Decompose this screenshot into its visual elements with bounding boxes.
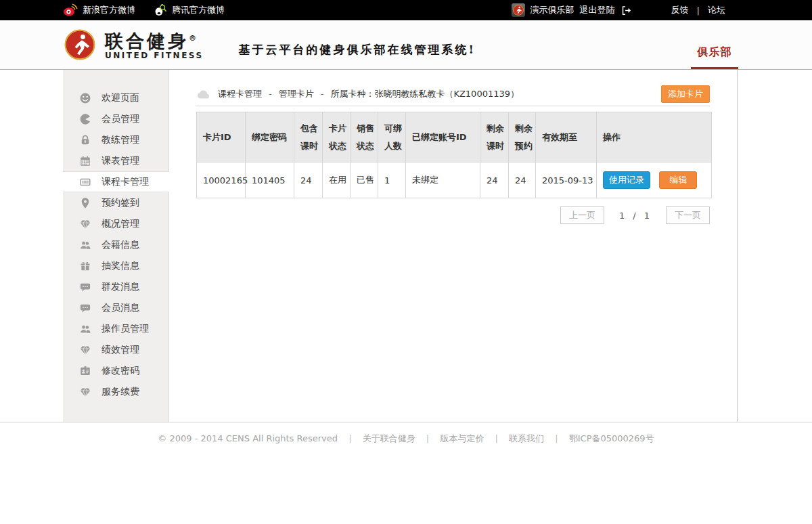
sidebar-item-schedule[interactable]: 课表管理 <box>63 150 168 171</box>
sidebar-item-course-cards[interactable]: 课程卡管理 <box>63 171 169 192</box>
sidebar-item-coaches[interactable]: 教练管理 <box>63 129 168 150</box>
breadcrumb: 课程卡管理 - 管理卡片 - 所属卡种：张晓明教练私教卡（KZ10001139）… <box>196 82 710 106</box>
col-bound-account: 已绑定账号ID <box>406 112 480 162</box>
sidebar-item-label: 课表管理 <box>102 155 139 167</box>
copyright-text: © 2009 - 2014 CENS All Rights Reserved <box>158 433 338 443</box>
sidebar-item-membership-info[interactable]: 会籍信息 <box>63 234 168 255</box>
left-gutter <box>0 70 63 422</box>
breadcrumb-manage-cards[interactable]: 管理卡片 <box>279 88 314 100</box>
edit-button[interactable]: 编辑 <box>659 171 697 189</box>
sidebar-item-performance[interactable]: 绩效管理 <box>63 339 168 360</box>
cell-remaining-appointments: 24 <box>509 162 536 198</box>
chat-icon <box>79 302 91 314</box>
page-body: 欢迎页面 会员管理 教练管理 课表管理 课程卡管理 预约签到 概况管理 会籍信 <box>0 70 812 422</box>
logout-icon[interactable] <box>621 5 632 16</box>
logout-link[interactable]: 退出登陆 <box>580 4 615 16</box>
total-pages: 1 <box>644 211 651 221</box>
logo-title: 联合健身® <box>105 29 204 51</box>
sidebar-item-change-password[interactable]: 修改密码 <box>63 360 168 381</box>
footer-divider: | <box>495 433 498 443</box>
tab-club[interactable]: 俱乐部 <box>691 45 738 69</box>
lock-icon <box>79 134 91 146</box>
footer-link-pricing[interactable]: 版本与定价 <box>440 433 484 443</box>
tencent-weibo-icon <box>154 3 167 17</box>
breadcrumb-course-card-mgmt[interactable]: 课程卡管理 <box>218 88 262 100</box>
diamond-icon <box>79 344 91 356</box>
usage-record-button[interactable]: 使用记录 <box>603 171 650 189</box>
footer-link-contact[interactable]: 联系我们 <box>509 433 544 443</box>
tab-club-label: 俱乐部 <box>698 45 732 58</box>
prev-page-button[interactable]: 上一页 <box>560 206 604 224</box>
map-pin-icon <box>79 197 91 209</box>
sidebar-item-member-messages[interactable]: 会员消息 <box>63 297 168 318</box>
club-name[interactable]: 演示俱乐部 <box>531 4 574 16</box>
main-content: 课程卡管理 - 管理卡片 - 所属卡种：张晓明教练私教卡（KZ10001139）… <box>169 70 738 422</box>
table-header-row: 卡片ID 绑定密码 包含 课时 卡片 状态 销售 状态 可绑 人数 已绑定账号I… <box>197 112 712 162</box>
feedback-link[interactable]: 反馈 <box>671 4 689 16</box>
sidebar-item-service-renewal[interactable]: 服务续费 <box>63 381 168 402</box>
col-card-id: 卡片ID <box>197 112 246 162</box>
add-card-button[interactable]: 添加卡片 <box>661 85 710 103</box>
forum-link[interactable]: 论坛 <box>708 4 725 16</box>
sidebar-item-checkin[interactable]: 预约签到 <box>63 192 168 213</box>
header: 联合健身® UNITED FITNESS 基于云平台的健身俱乐部在线管理系统! … <box>0 20 812 70</box>
col-valid-until: 有效期至 <box>536 112 597 162</box>
sina-weibo-label: 新浪官方微博 <box>83 4 135 16</box>
pacman-icon <box>79 113 91 125</box>
page-indicator: 1 / 1 <box>619 211 651 221</box>
sidebar-item-overview[interactable]: 概况管理 <box>63 213 168 234</box>
users-icon <box>79 323 91 335</box>
cell-actions: 使用记录 编辑 <box>597 162 712 198</box>
breadcrumb-separator: - <box>269 89 272 99</box>
col-remaining-appointments: 剩余 预约 <box>509 112 536 162</box>
next-page-button[interactable]: 下一页 <box>666 206 710 224</box>
sina-weibo-icon <box>63 3 78 18</box>
sidebar-item-label: 欢迎页面 <box>102 92 139 104</box>
sidebar-item-lottery[interactable]: 抽奖信息 <box>63 255 168 276</box>
footer-link-about[interactable]: 关于联合健身 <box>363 433 415 443</box>
tencent-weibo-link[interactable]: 腾讯官方微博 <box>154 3 225 17</box>
cell-sale-status: 已售 <box>351 162 378 198</box>
table-row: 10002165 101405 24 在用 已售 1 未绑定 24 24 201… <box>197 162 712 198</box>
sidebar-item-label: 教练管理 <box>102 134 139 146</box>
sina-weibo-link[interactable]: 新浪官方微博 <box>63 3 135 18</box>
cell-card-status: 在用 <box>323 162 351 198</box>
footer-divider: | <box>426 433 429 443</box>
card-icon <box>79 176 91 188</box>
diamond-icon <box>79 218 91 230</box>
sidebar-item-label: 会员管理 <box>102 113 139 125</box>
sidebar-item-label: 抽奖信息 <box>102 260 139 272</box>
sidebar-item-welcome[interactable]: 欢迎页面 <box>63 87 168 108</box>
cell-remaining-hours: 24 <box>480 162 509 198</box>
col-actions: 操作 <box>597 112 712 162</box>
col-card-status: 卡片 状态 <box>323 112 351 162</box>
sidebar-item-label: 概况管理 <box>102 218 139 230</box>
cell-bound-account: 未绑定 <box>406 162 480 198</box>
club-avatar-icon <box>513 5 524 16</box>
logo-subtitle: UNITED FITNESS <box>105 51 204 60</box>
sidebar-item-members[interactable]: 会员管理 <box>63 108 168 129</box>
id-card-icon <box>79 365 91 377</box>
footer-divider: | <box>348 433 351 443</box>
sidebar-item-label: 修改密码 <box>102 365 139 377</box>
chat-icon <box>79 281 91 293</box>
sidebar: 欢迎页面 会员管理 教练管理 课表管理 课程卡管理 预约签到 概况管理 会籍信 <box>63 70 169 422</box>
sidebar-item-broadcast[interactable]: 群发消息 <box>63 276 168 297</box>
sidebar-item-operators[interactable]: 操作员管理 <box>63 318 168 339</box>
cell-valid-until: 2015-09-13 <box>536 162 597 198</box>
sidebar-item-label: 课程卡管理 <box>102 176 149 188</box>
diamond-icon <box>79 386 91 398</box>
col-bindable-count: 可绑 人数 <box>378 112 406 162</box>
col-remaining-hours: 剩余 课时 <box>480 112 509 162</box>
sidebar-item-label: 绩效管理 <box>102 344 139 356</box>
sidebar-item-label: 操作员管理 <box>102 323 149 335</box>
cell-bindable-count: 1 <box>378 162 406 198</box>
sidebar-item-label: 预约签到 <box>102 197 139 209</box>
footer-icp-number[interactable]: 鄂ICP备05000269号 <box>569 433 654 443</box>
logo: 联合健身® UNITED FITNESS <box>64 29 204 60</box>
col-sale-status: 销售 状态 <box>351 112 378 162</box>
sidebar-item-label: 会籍信息 <box>102 239 139 251</box>
col-bind-password: 绑定密码 <box>246 112 294 162</box>
users-icon <box>79 239 91 251</box>
topbar-divider: | <box>697 5 700 16</box>
